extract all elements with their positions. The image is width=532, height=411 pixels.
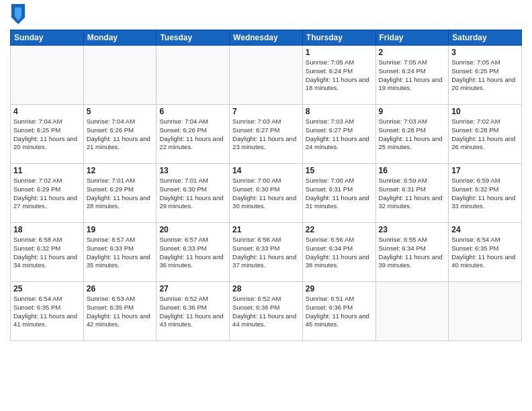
day-number: 11 <box>13 166 81 175</box>
day-cell-8: 8Sunrise: 7:03 AMSunset: 6:27 PMDaylight… <box>302 105 375 164</box>
day-info: Sunrise: 7:05 AMSunset: 6:24 PMDaylight:… <box>306 58 373 93</box>
page: SundayMondayTuesdayWednesdayThursdayFrid… <box>0 0 532 411</box>
day-cell-24: 24Sunrise: 6:54 AMSunset: 6:35 PMDayligh… <box>449 223 522 282</box>
day-number: 16 <box>379 166 446 175</box>
day-cell-29: 29Sunrise: 6:51 AMSunset: 6:36 PMDayligh… <box>302 282 375 341</box>
empty-cell <box>230 46 303 105</box>
day-info: Sunrise: 6:51 AMSunset: 6:36 PMDaylight:… <box>306 295 373 329</box>
empty-cell <box>11 46 84 105</box>
day-number: 7 <box>232 107 300 116</box>
day-number: 21 <box>232 225 300 234</box>
day-info: Sunrise: 7:03 AMSunset: 6:27 PMDaylight:… <box>232 118 300 152</box>
day-number: 13 <box>159 166 226 175</box>
day-cell-26: 26Sunrise: 6:53 AMSunset: 6:35 PMDayligh… <box>83 282 157 341</box>
day-info: Sunrise: 7:03 AMSunset: 6:28 PMDaylight:… <box>379 118 446 152</box>
day-info: Sunrise: 6:53 AMSunset: 6:35 PMDaylight:… <box>87 295 154 329</box>
day-cell-14: 14Sunrise: 7:00 AMSunset: 6:30 PMDayligh… <box>230 164 303 223</box>
weekday-header-row: SundayMondayTuesdayWednesdayThursdayFrid… <box>11 30 522 46</box>
day-cell-2: 2Sunrise: 7:05 AMSunset: 6:24 PMDaylight… <box>375 46 449 105</box>
weekday-header-wednesday: Wednesday <box>230 30 303 46</box>
day-cell-18: 18Sunrise: 6:58 AMSunset: 6:32 PMDayligh… <box>11 223 84 282</box>
day-info: Sunrise: 6:59 AMSunset: 6:31 PMDaylight:… <box>379 177 446 211</box>
day-info: Sunrise: 7:01 AMSunset: 6:29 PMDaylight:… <box>87 177 154 211</box>
calendar-table: SundayMondayTuesdayWednesdayThursdayFrid… <box>10 30 522 341</box>
day-number: 1 <box>306 48 373 57</box>
empty-cell <box>449 282 522 341</box>
day-number: 18 <box>13 225 81 234</box>
day-cell-23: 23Sunrise: 6:55 AMSunset: 6:34 PMDayligh… <box>375 223 449 282</box>
weekday-header-tuesday: Tuesday <box>157 30 230 46</box>
weekday-header-thursday: Thursday <box>302 30 375 46</box>
day-cell-4: 4Sunrise: 7:04 AMSunset: 6:25 PMDaylight… <box>11 105 84 164</box>
week-row-2: 4Sunrise: 7:04 AMSunset: 6:25 PMDaylight… <box>11 105 522 164</box>
day-cell-1: 1Sunrise: 7:05 AMSunset: 6:24 PMDaylight… <box>302 46 375 105</box>
day-number: 20 <box>159 225 226 234</box>
day-cell-6: 6Sunrise: 7:04 AMSunset: 6:26 PMDaylight… <box>157 105 230 164</box>
day-cell-9: 9Sunrise: 7:03 AMSunset: 6:28 PMDaylight… <box>375 105 449 164</box>
day-cell-27: 27Sunrise: 6:52 AMSunset: 6:36 PMDayligh… <box>157 282 230 341</box>
weekday-header-monday: Monday <box>83 30 157 46</box>
day-number: 10 <box>451 107 519 116</box>
day-cell-17: 17Sunrise: 6:59 AMSunset: 6:32 PMDayligh… <box>449 164 522 223</box>
weekday-header-sunday: Sunday <box>11 30 84 46</box>
day-cell-7: 7Sunrise: 7:03 AMSunset: 6:27 PMDaylight… <box>230 105 303 164</box>
day-number: 27 <box>159 284 226 293</box>
day-number: 9 <box>379 107 446 116</box>
day-info: Sunrise: 6:54 AMSunset: 6:35 PMDaylight:… <box>451 236 519 270</box>
day-number: 4 <box>13 107 81 116</box>
day-info: Sunrise: 7:04 AMSunset: 6:25 PMDaylight:… <box>13 118 81 152</box>
day-info: Sunrise: 6:59 AMSunset: 6:32 PMDaylight:… <box>451 177 519 211</box>
day-info: Sunrise: 7:02 AMSunset: 6:29 PMDaylight:… <box>13 177 81 211</box>
day-info: Sunrise: 6:58 AMSunset: 6:32 PMDaylight:… <box>13 236 81 270</box>
week-row-1: 1Sunrise: 7:05 AMSunset: 6:24 PMDaylight… <box>11 46 522 105</box>
day-cell-16: 16Sunrise: 6:59 AMSunset: 6:31 PMDayligh… <box>375 164 449 223</box>
day-number: 15 <box>306 166 373 175</box>
day-cell-12: 12Sunrise: 7:01 AMSunset: 6:29 PMDayligh… <box>83 164 157 223</box>
day-info: Sunrise: 6:56 AMSunset: 6:33 PMDaylight:… <box>232 236 300 270</box>
empty-cell <box>375 282 449 341</box>
day-info: Sunrise: 6:52 AMSunset: 6:36 PMDaylight:… <box>232 295 300 329</box>
empty-cell <box>157 46 230 105</box>
day-info: Sunrise: 7:00 AMSunset: 6:31 PMDaylight:… <box>306 177 373 211</box>
day-number: 24 <box>451 225 519 234</box>
day-info: Sunrise: 7:04 AMSunset: 6:26 PMDaylight:… <box>159 118 226 152</box>
day-cell-15: 15Sunrise: 7:00 AMSunset: 6:31 PMDayligh… <box>302 164 375 223</box>
header <box>10 7 522 24</box>
day-number: 25 <box>13 284 81 293</box>
weekday-header-saturday: Saturday <box>449 30 522 46</box>
day-info: Sunrise: 7:04 AMSunset: 6:26 PMDaylight:… <box>87 118 154 152</box>
day-number: 8 <box>306 107 373 116</box>
day-number: 14 <box>232 166 300 175</box>
day-number: 23 <box>379 225 446 234</box>
day-cell-19: 19Sunrise: 6:57 AMSunset: 6:33 PMDayligh… <box>83 223 157 282</box>
day-info: Sunrise: 7:03 AMSunset: 6:27 PMDaylight:… <box>306 118 373 152</box>
day-number: 19 <box>87 225 154 234</box>
day-cell-20: 20Sunrise: 6:57 AMSunset: 6:33 PMDayligh… <box>157 223 230 282</box>
day-cell-25: 25Sunrise: 6:54 AMSunset: 6:35 PMDayligh… <box>11 282 84 341</box>
weekday-header-friday: Friday <box>375 30 449 46</box>
day-info: Sunrise: 7:05 AMSunset: 6:24 PMDaylight:… <box>379 58 446 93</box>
week-row-3: 11Sunrise: 7:02 AMSunset: 6:29 PMDayligh… <box>11 164 522 223</box>
day-cell-10: 10Sunrise: 7:02 AMSunset: 6:28 PMDayligh… <box>449 105 522 164</box>
day-cell-5: 5Sunrise: 7:04 AMSunset: 6:26 PMDaylight… <box>83 105 157 164</box>
day-number: 6 <box>159 107 226 116</box>
day-cell-11: 11Sunrise: 7:02 AMSunset: 6:29 PMDayligh… <box>11 164 84 223</box>
day-number: 12 <box>87 166 154 175</box>
day-info: Sunrise: 6:56 AMSunset: 6:34 PMDaylight:… <box>306 236 373 270</box>
day-info: Sunrise: 7:00 AMSunset: 6:30 PMDaylight:… <box>232 177 300 211</box>
day-cell-3: 3Sunrise: 7:05 AMSunset: 6:25 PMDaylight… <box>449 46 522 105</box>
day-info: Sunrise: 6:52 AMSunset: 6:36 PMDaylight:… <box>159 295 226 329</box>
day-number: 5 <box>87 107 154 116</box>
day-cell-13: 13Sunrise: 7:01 AMSunset: 6:30 PMDayligh… <box>157 164 230 223</box>
logo <box>10 7 25 24</box>
day-info: Sunrise: 7:01 AMSunset: 6:30 PMDaylight:… <box>159 177 226 211</box>
day-info: Sunrise: 6:55 AMSunset: 6:34 PMDaylight:… <box>379 236 446 270</box>
day-number: 29 <box>306 284 373 293</box>
day-info: Sunrise: 7:05 AMSunset: 6:25 PMDaylight:… <box>451 58 519 93</box>
day-number: 28 <box>232 284 300 293</box>
week-row-5: 25Sunrise: 6:54 AMSunset: 6:35 PMDayligh… <box>11 282 522 341</box>
day-info: Sunrise: 6:57 AMSunset: 6:33 PMDaylight:… <box>87 236 154 270</box>
day-cell-28: 28Sunrise: 6:52 AMSunset: 6:36 PMDayligh… <box>230 282 303 341</box>
day-info: Sunrise: 6:57 AMSunset: 6:33 PMDaylight:… <box>159 236 226 270</box>
day-cell-21: 21Sunrise: 6:56 AMSunset: 6:33 PMDayligh… <box>230 223 303 282</box>
